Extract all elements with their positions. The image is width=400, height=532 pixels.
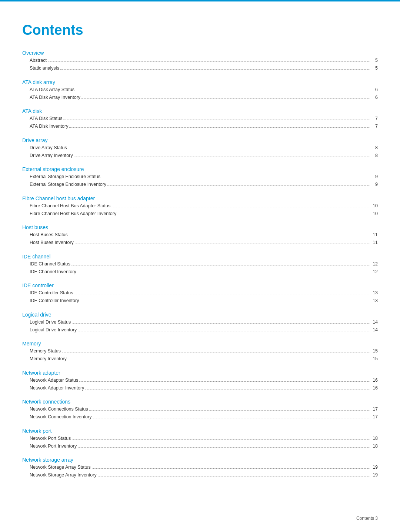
toc-entry-label: Fibre Channel Host Bus Adapter Status — [30, 202, 110, 210]
toc-page-number: 7 — [371, 123, 378, 130]
toc-page-number: 8 — [371, 152, 378, 160]
toc-entry[interactable]: Network Connection Inventory17 — [22, 413, 378, 421]
section-heading[interactable]: ATA disk array — [22, 79, 378, 85]
toc-entry[interactable]: Memory Inventory15 — [22, 355, 378, 363]
page: Contents OverviewAbstract5Static analysi… — [0, 0, 400, 532]
toc-entry[interactable]: Network Port Inventory18 — [22, 442, 378, 450]
toc-page-number: 11 — [371, 231, 378, 239]
section-heading[interactable]: Network storage array — [22, 457, 378, 463]
toc-dots — [101, 178, 370, 178]
toc-entry[interactable]: Network Adapter Inventory16 — [22, 384, 378, 392]
toc-entry[interactable]: Fibre Channel Host Bus Adapter Inventory… — [22, 210, 378, 218]
section-heading[interactable]: IDE controller — [22, 282, 378, 288]
toc-page-number: 10 — [371, 210, 378, 218]
toc-section: External storage enclosureExternal Stora… — [22, 166, 378, 189]
toc-section: ATA diskATA Disk Status7ATA Disk Invento… — [22, 108, 378, 131]
toc-entry-label: Network Connection Inventory — [30, 413, 91, 421]
toc-entry[interactable]: ATA Disk Inventory7 — [22, 123, 378, 130]
toc-entry-label: IDE Channel Status — [30, 260, 70, 268]
toc-entry[interactable]: Static analysis5 — [22, 64, 378, 72]
toc-section: Fibre Channel host bus adapterFibre Chan… — [22, 195, 378, 218]
toc-entry-label: Network Connections Status — [30, 405, 88, 413]
toc-dots — [69, 127, 370, 128]
toc-dots — [74, 157, 370, 157]
toc-entry[interactable]: IDE Controller Status13 — [22, 289, 378, 297]
toc-entry[interactable]: ATA Disk Array Inventory6 — [22, 94, 378, 101]
toc-entry[interactable]: Memory Status15 — [22, 347, 378, 355]
toc-entry-label: ATA Disk Array Status — [30, 86, 74, 94]
toc-dots — [72, 439, 370, 440]
toc-section: Network connectionsNetwork Connections S… — [22, 399, 378, 421]
toc-section: Drive arrayDrive Array Status8Drive Arra… — [22, 137, 378, 160]
toc-entry[interactable]: Abstract5 — [22, 57, 378, 64]
toc-page-number: 6 — [371, 94, 378, 101]
toc-dots — [48, 61, 370, 62]
toc-entry[interactable]: Logical Drive Inventory14 — [22, 326, 378, 334]
toc-entry[interactable]: External Storage Enclosure Status9 — [22, 173, 378, 181]
toc-entry[interactable]: ATA Disk Array Status6 — [22, 86, 378, 94]
toc-page-number: 14 — [371, 318, 378, 326]
toc-section: Network storage arrayNetwork Storage Arr… — [22, 457, 378, 479]
toc-dots — [117, 215, 370, 215]
toc-entry[interactable]: Network Adapter Status16 — [22, 377, 378, 384]
toc-entry[interactable]: Fibre Channel Host Bus Adapter Status10 — [22, 202, 378, 210]
toc-dots — [76, 91, 370, 91]
toc-entry-label: Network Port Status — [30, 435, 71, 442]
toc-entry[interactable]: Drive Array Inventory8 — [22, 152, 378, 160]
toc-dots — [93, 418, 370, 418]
toc-dots — [60, 69, 370, 70]
toc-dots — [75, 244, 370, 244]
toc-entry-label: IDE Channel Inventory — [30, 268, 76, 276]
toc-entry[interactable]: ATA Disk Status7 — [22, 115, 378, 123]
section-heading[interactable]: External storage enclosure — [22, 166, 378, 172]
toc-section: ATA disk arrayATA Disk Array Status6ATA … — [22, 79, 378, 102]
toc-entry[interactable]: IDE Channel Status12 — [22, 260, 378, 268]
toc-dots — [69, 236, 370, 236]
toc-entry-label: IDE Controller Inventory — [30, 297, 79, 305]
toc-entry[interactable]: Host Buses Inventory11 — [22, 239, 378, 247]
toc-entry[interactable]: Network Port Status18 — [22, 435, 378, 442]
toc-entry-label: Logical Drive Status — [30, 318, 71, 326]
toc-entry[interactable]: Network Connections Status17 — [22, 405, 378, 413]
toc-entry[interactable]: Network Storage Array Inventory19 — [22, 471, 378, 479]
section-heading[interactable]: Fibre Channel host bus adapter — [22, 195, 378, 201]
page-title: Contents — [22, 22, 378, 38]
toc-page-number: 19 — [371, 471, 378, 479]
toc-entry-label: Memory Status — [30, 347, 61, 355]
toc-page-number: 10 — [371, 202, 378, 210]
toc-entry[interactable]: IDE Channel Inventory12 — [22, 268, 378, 276]
toc-entry[interactable]: Host Buses Status11 — [22, 231, 378, 239]
section-heading[interactable]: Network port — [22, 428, 378, 434]
toc-dots — [68, 149, 370, 149]
section-heading[interactable]: Host buses — [22, 224, 378, 230]
section-heading[interactable]: Drive array — [22, 137, 378, 143]
section-heading[interactable]: Network connections — [22, 399, 378, 405]
section-heading[interactable]: Network adapter — [22, 370, 378, 376]
section-heading[interactable]: ATA disk — [22, 108, 378, 114]
toc-section: Network adapterNetwork Adapter Status16N… — [22, 370, 378, 392]
toc-page-number: 16 — [371, 384, 378, 392]
toc-entry[interactable]: Logical Drive Status14 — [22, 318, 378, 326]
toc-dots — [77, 273, 370, 273]
toc-entry-label: Network Storage Array Status — [30, 464, 91, 471]
section-heading[interactable]: IDE channel — [22, 254, 378, 260]
section-heading[interactable]: Memory — [22, 341, 378, 347]
toc-page-number: 13 — [371, 289, 378, 297]
toc-entry[interactable]: External Storage Enclosure Inventory9 — [22, 181, 378, 188]
toc-entry-label: Host Buses Status — [30, 231, 68, 239]
section-heading[interactable]: Overview — [22, 50, 378, 56]
toc-entry[interactable]: IDE Controller Inventory13 — [22, 297, 378, 305]
section-heading[interactable]: Logical drive — [22, 312, 378, 318]
toc-entry[interactable]: Drive Array Status8 — [22, 144, 378, 152]
toc-page-number: 15 — [371, 355, 378, 363]
toc-entry-label: External Storage Enclosure Inventory — [30, 181, 106, 188]
footer: Contents 3 — [356, 516, 378, 521]
toc-entry[interactable]: Network Storage Array Status19 — [22, 464, 378, 471]
toc-dots — [72, 323, 370, 324]
toc-page-number: 12 — [371, 260, 378, 268]
toc-page-number: 17 — [371, 405, 378, 413]
toc-dots — [111, 207, 370, 207]
toc-page-number: 5 — [371, 64, 378, 72]
toc-dots — [79, 381, 370, 382]
toc-section: OverviewAbstract5Static analysis5 — [22, 50, 378, 73]
